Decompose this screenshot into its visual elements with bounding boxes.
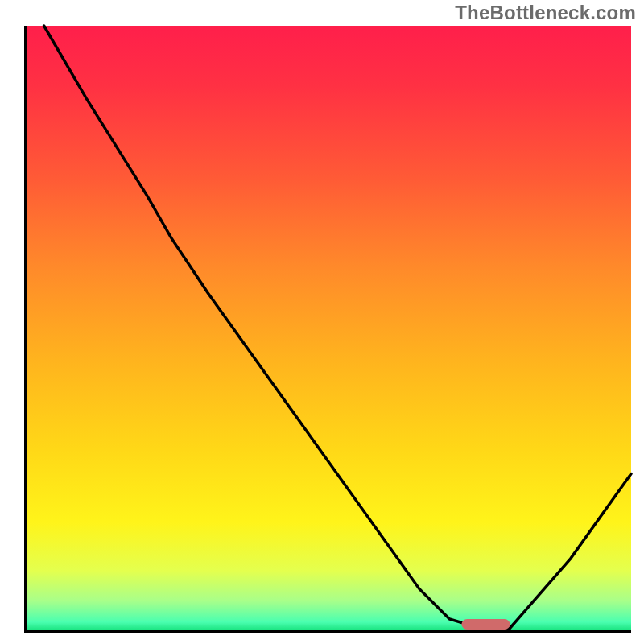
- watermark-text: TheBottleneck.com: [455, 2, 636, 24]
- bottleneck-chart: [0, 0, 644, 644]
- heat-field: [26, 26, 631, 631]
- minimum-marker: [461, 619, 510, 630]
